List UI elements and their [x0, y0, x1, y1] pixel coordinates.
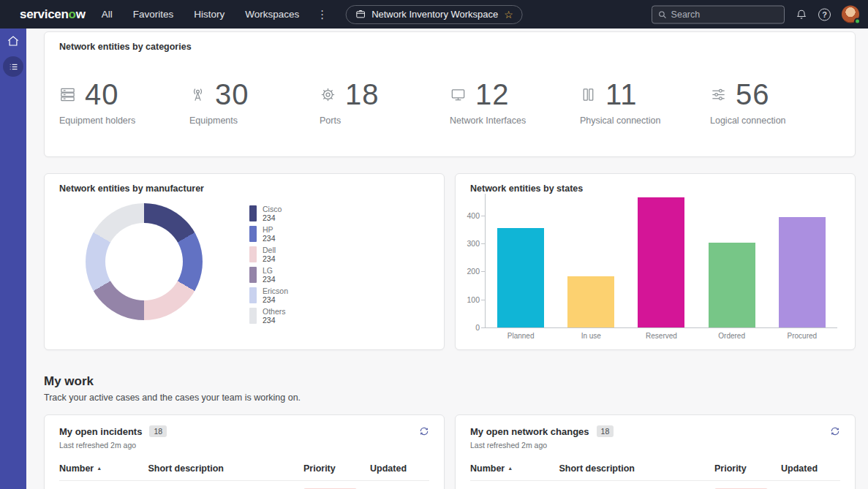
y-tick-label: 300	[467, 239, 480, 248]
equipments-icon	[189, 86, 206, 103]
manufacturer-chart-card: Network entities by manufacturer Cisco 2…	[44, 173, 445, 350]
legend-swatch	[249, 287, 257, 303]
notifications-button[interactable]	[796, 9, 807, 20]
servicenow-logo[interactable]: servicenow	[20, 7, 86, 22]
legend-swatch	[249, 267, 257, 283]
x-tick-label: Planned	[507, 332, 535, 340]
table-row: INC000010970 Equipment malfunction 1 - C…	[59, 481, 429, 489]
bar-planned[interactable]: Planned	[497, 194, 544, 327]
bar-rect[interactable]	[497, 228, 544, 327]
kpi-label: Equipment holders	[59, 115, 189, 126]
top-nav: servicenow All Favorites History Workspa…	[0, 0, 868, 29]
logo-accent-o: o	[69, 7, 76, 21]
kpi-logical-connection[interactable]: 56 Logical connection	[710, 80, 840, 126]
nav-item-workspaces[interactable]: Workspaces	[245, 9, 299, 20]
network-changes-table-header: Number▲ Short description Priority Updat…	[470, 459, 840, 481]
nav-item-favorites[interactable]: Favorites	[133, 9, 174, 20]
column-header-number[interactable]: Number▲	[470, 463, 559, 474]
kpi-network-interfaces[interactable]: 12 Network Interfaces	[450, 80, 580, 126]
legend-value: 234	[263, 316, 286, 325]
kpi-value: 18	[345, 80, 380, 109]
donut-chart[interactable]	[86, 203, 203, 320]
user-avatar[interactable]	[842, 6, 859, 23]
nav-item-history[interactable]: History	[194, 9, 224, 20]
kpi-value: 12	[475, 80, 510, 109]
table-row: CHN000010970 Add 1 - Critical 2021-04-14	[470, 481, 840, 489]
y-tick-label: 0	[475, 323, 480, 332]
refresh-button[interactable]	[830, 426, 840, 436]
column-header-number[interactable]: Number▲	[59, 463, 148, 474]
list-icon	[3, 56, 23, 77]
bar-rect[interactable]	[567, 276, 614, 327]
bar-rect[interactable]	[638, 197, 684, 327]
bar-ordered[interactable]: Ordered	[709, 194, 755, 327]
column-header-updated[interactable]: Updated	[781, 463, 840, 474]
kpi-equipments[interactable]: 30 Equipments	[189, 80, 320, 126]
column-header-priority[interactable]: Priority	[303, 463, 370, 474]
donut-legend-item: Cisco 234	[249, 205, 288, 222]
favorite-star-icon[interactable]: ☆	[504, 10, 513, 20]
y-tick-label: 400	[467, 211, 480, 220]
kpi-equipment-holders[interactable]: 40 Equipment holders	[59, 80, 189, 126]
bar-reserved[interactable]: Reserved	[638, 194, 684, 327]
legend-swatch	[249, 205, 257, 221]
column-header-priority[interactable]: Priority	[714, 463, 781, 474]
kpi-label: Ports	[320, 115, 450, 126]
categories-card-title: Network entities by categories	[45, 32, 855, 52]
sidebar-home-button[interactable]	[7, 34, 20, 48]
donut-legend-item: Others 234	[249, 307, 288, 325]
search-input[interactable]	[671, 10, 778, 20]
donut-legend-item: HP 234	[249, 225, 288, 243]
column-header-short-description[interactable]: Short description	[148, 463, 303, 474]
kpi-physical-connection[interactable]: 11 Physical connection	[580, 80, 710, 126]
x-tick-label: In use	[581, 332, 601, 340]
donut-legend-item: LG 234	[249, 266, 288, 284]
y-tick-label: 200	[467, 267, 480, 276]
network-interfaces-icon	[450, 86, 467, 103]
more-options-icon[interactable]: ⋮	[317, 8, 328, 21]
kpi-label: Logical connection	[710, 115, 840, 126]
workspace-pill[interactable]: Network Inventory Workspace ☆	[345, 5, 523, 24]
logo-text: servicen	[20, 7, 69, 21]
bar-in-use[interactable]: In use	[567, 194, 614, 327]
nav-menu: All Favorites History Workspaces	[102, 9, 300, 20]
last-refreshed-text: Last refreshed 2m ago	[470, 441, 840, 450]
legend-label: Ericson	[263, 287, 288, 295]
sidebar-list-button[interactable]	[3, 56, 23, 77]
physical-connection-icon	[580, 86, 597, 103]
network-changes-table: Number▲ Short description Priority Updat…	[470, 459, 840, 489]
bar-rect[interactable]	[779, 217, 826, 327]
bar-rect[interactable]	[709, 243, 755, 327]
kpi-label: Equipments	[189, 115, 320, 126]
open-incidents-title: My open incidents	[59, 426, 142, 437]
refresh-icon	[830, 426, 840, 436]
bar-procured[interactable]: Procured	[779, 194, 826, 327]
refresh-button[interactable]	[419, 426, 429, 436]
column-header-updated[interactable]: Updated	[370, 463, 429, 474]
refresh-icon	[419, 426, 429, 436]
bell-icon	[796, 9, 807, 20]
bar-chart-plot: PlannedIn useReservedOrderedProcured	[485, 194, 837, 328]
legend-value: 234	[263, 254, 276, 263]
equipment-holders-icon	[59, 86, 76, 103]
help-button[interactable]: ?	[818, 8, 831, 20]
bar-chart-y-axis: 0100200300400	[463, 194, 485, 328]
nav-item-all[interactable]: All	[102, 9, 113, 20]
open-network-changes-count-badge: 18	[597, 425, 614, 437]
home-icon	[7, 34, 20, 48]
incidents-table-header: Number▲ Short description Priority Updat…	[59, 459, 429, 481]
open-network-changes-title: My open network changes	[470, 426, 589, 437]
sort-asc-icon: ▲	[97, 466, 102, 471]
legend-value: 234	[263, 234, 276, 243]
kpi-label: Physical connection	[580, 115, 710, 126]
kpi-ports[interactable]: 18 Ports	[320, 80, 450, 126]
legend-value: 234	[263, 213, 282, 222]
workspace-icon	[355, 9, 366, 20]
column-header-short-description[interactable]: Short description	[559, 463, 714, 474]
incidents-table: Number▲ Short description Priority Updat…	[59, 459, 429, 489]
states-chart-card: Network entities by states 0100200300400…	[455, 173, 856, 350]
sort-asc-icon: ▲	[507, 466, 513, 471]
my-work-title: My work	[44, 374, 856, 390]
legend-value: 234	[263, 275, 276, 284]
search-box[interactable]	[652, 5, 785, 23]
